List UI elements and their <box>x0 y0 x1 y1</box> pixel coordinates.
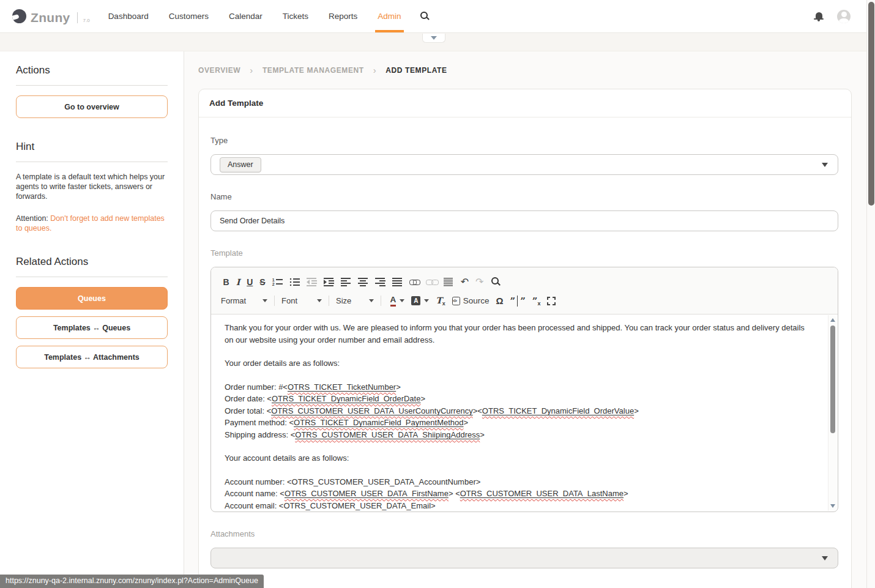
logo-divider <box>77 12 78 23</box>
scroll-down-arrow-icon[interactable] <box>830 504 835 508</box>
editor-text: Account name: < <box>225 489 285 498</box>
breadcrumb-item-overview[interactable]: OVERVIEW <box>198 66 240 75</box>
nav-item-admin[interactable]: Admin <box>378 0 401 32</box>
editor-scrollbar-thumb[interactable] <box>830 326 835 433</box>
toolbar-separator <box>381 296 381 306</box>
editor-text: Account email: <OTRS_CUSTOMER_USER_DATA_… <box>225 501 436 510</box>
editor-scrollbar[interactable] <box>828 315 837 511</box>
user-avatar[interactable] <box>837 10 851 23</box>
bulleted-list-icon[interactable] <box>289 275 300 289</box>
text-lines-icon[interactable] <box>444 275 454 289</box>
strikethrough-icon[interactable]: S <box>259 275 265 289</box>
editor-line: Order date: <OTRS_TICKET_DynamicField_Or… <box>225 393 811 405</box>
bulleted-list-icon <box>289 277 300 286</box>
hint-title: Hint <box>16 141 168 153</box>
page-scrollbar[interactable] <box>866 0 875 588</box>
decrease-indent-icon[interactable] <box>307 275 317 289</box>
znuny-logo[interactable]: Znuny 7.0 <box>12 9 90 24</box>
maximize-icon[interactable] <box>547 294 556 308</box>
redo-icon[interactable]: ↷ <box>475 275 483 289</box>
size-dropdown[interactable]: Size <box>335 294 375 308</box>
template-token-text: OTRS_CUSTOMER_USER_DATA_FirstName <box>285 489 449 498</box>
type-selected-chip[interactable]: Answer <box>220 157 261 173</box>
search-icon <box>420 11 430 21</box>
search-button[interactable] <box>420 11 431 22</box>
type-label: Type <box>210 136 838 145</box>
background-color-icon[interactable]: A <box>411 294 429 308</box>
align-center-icon[interactable] <box>358 275 368 289</box>
page-scrollbar-thumb[interactable] <box>868 2 874 206</box>
nav-right-group <box>814 10 851 23</box>
editor-toolbar: BIUS↶↷ FormatFontSizeAASourceΩ <box>211 267 838 314</box>
chevron-down-icon <box>822 163 828 167</box>
align-right-icon[interactable] <box>375 275 385 289</box>
source-button[interactable]: Source <box>452 294 490 308</box>
editor-line: Your order details are as follows: <box>225 357 811 370</box>
nav-item-dashboard[interactable]: Dashboard <box>108 0 149 32</box>
section-divider <box>16 277 168 277</box>
justify-icon[interactable] <box>392 275 403 289</box>
editor-text: > < <box>449 489 460 498</box>
chevron-down-icon <box>424 299 429 302</box>
editor-text: Account number: <OTRS_CUSTOMER_USER_DATA… <box>225 477 480 486</box>
toolbar-separator <box>329 296 329 306</box>
editor-content[interactable]: Thank you for your order with us. We are… <box>211 314 838 512</box>
link-icon[interactable] <box>409 275 420 289</box>
find-icon <box>490 277 501 286</box>
go-to-overview-button[interactable]: Go to overview <box>16 95 168 118</box>
breadcrumb-chevron-icon: › <box>250 67 253 73</box>
related-button-templates-attachments[interactable]: Templates ↔ Attachments <box>16 346 168 368</box>
nav-item-tickets[interactable]: Tickets <box>283 0 308 32</box>
nav-item-reports[interactable]: Reports <box>329 0 357 32</box>
unlink-icon[interactable] <box>426 275 437 289</box>
name-input[interactable]: Send Order Details <box>210 210 838 231</box>
template-label: Template <box>210 248 838 258</box>
template-token: OTRS_TICKET_DynamicField_OrderValue <box>482 406 634 415</box>
editor-line: Thank you for your order with us. We are… <box>225 322 811 346</box>
italic-icon: I <box>236 277 240 287</box>
format-dropdown[interactable]: Format <box>220 294 269 308</box>
nav-item-customers[interactable]: Customers <box>169 0 209 32</box>
breadcrumb-item-template-management[interactable]: TEMPLATE MANAGEMENT <box>262 66 364 75</box>
template-richtext-editor: BIUS↶↷ FormatFontSizeAASourceΩ Thank you… <box>210 267 838 512</box>
align-right-icon <box>375 277 385 286</box>
find-icon[interactable] <box>490 275 501 289</box>
align-left-icon[interactable] <box>341 275 351 289</box>
font-dropdown[interactable]: Font <box>280 294 323 308</box>
editor-text: > <box>624 489 628 498</box>
increase-indent-icon[interactable] <box>324 275 334 289</box>
maximize-icon <box>547 297 556 305</box>
underline-icon[interactable]: U <box>247 275 253 289</box>
znuny-logo-icon <box>12 9 26 23</box>
underline-icon: U <box>247 277 253 287</box>
editor-text: Payment method: < <box>225 418 294 427</box>
hint-attention: Attention: Don't forget to add new templ… <box>16 214 168 233</box>
special-char-icon[interactable]: Ω <box>496 294 503 308</box>
attachments-select[interactable] <box>210 548 838 568</box>
editor-line: Account name: <OTRS_CUSTOMER_USER_DATA_F… <box>225 488 811 500</box>
toolbar-separator <box>274 296 275 306</box>
template-token-text: OTRS_TICKET_DynamicField_OrderValue <box>482 406 634 415</box>
size-dropdown-label: Size <box>336 296 351 305</box>
text-color-icon[interactable]: A <box>390 294 405 308</box>
quote-remove-icon[interactable] <box>532 294 541 308</box>
numbered-list-icon[interactable] <box>272 275 283 289</box>
quote-split-icon[interactable] <box>510 294 526 308</box>
remove-format-icon[interactable] <box>436 294 445 308</box>
related-button-templates-queues[interactable]: Templates ↔ Queues <box>16 316 168 339</box>
template-token-text: OTRS_CUSTOMER_USER_DATA_LastName <box>460 489 624 498</box>
bold-icon[interactable]: B <box>223 275 229 289</box>
related-button-queues[interactable]: Queues <box>16 287 168 310</box>
type-select[interactable]: Answer <box>210 154 838 175</box>
nav-item-calendar[interactable]: Calendar <box>229 0 262 32</box>
notifications-bell-icon[interactable] <box>814 12 824 21</box>
scroll-up-arrow-icon[interactable] <box>830 318 835 322</box>
admin-sidebar: Actions Go to overview Hint A template i… <box>0 51 184 588</box>
toolbar-expand-button[interactable] <box>422 34 445 43</box>
italic-icon[interactable]: I <box>236 275 240 289</box>
editor-line: Account email: <OTRS_CUSTOMER_USER_DATA_… <box>225 500 811 512</box>
section-divider <box>16 85 168 86</box>
undo-icon[interactable]: ↶ <box>461 275 469 289</box>
top-navbar: Znuny 7.0 DashboardCustomersCalendarTick… <box>0 0 875 33</box>
editor-text: > <box>464 418 469 427</box>
